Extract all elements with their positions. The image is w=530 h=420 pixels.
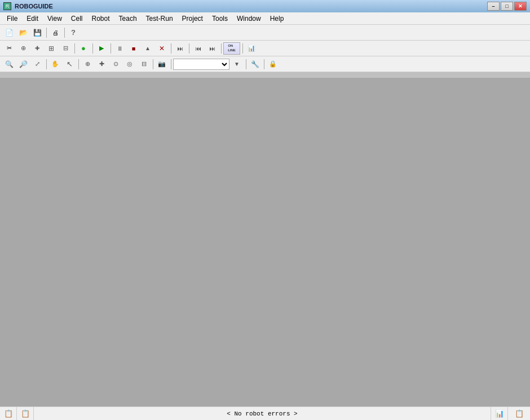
save-button[interactable] bbox=[30, 26, 44, 39]
zoom-in-button[interactable]: 🔍 bbox=[2, 58, 16, 70]
status-icon-3: 📊 bbox=[491, 407, 507, 420]
open-button[interactable] bbox=[16, 26, 30, 39]
status-icon-2-glyph: 📋 bbox=[21, 409, 30, 418]
zoom-out-button[interactable]: 🔎 bbox=[16, 58, 30, 70]
pause-button[interactable]: ⏸ bbox=[113, 42, 126, 55]
dropdown-arrow-icon: ▼ bbox=[234, 61, 240, 67]
toolbar-1 bbox=[0, 25, 530, 41]
cut-icon: ✂ bbox=[7, 45, 12, 52]
open-icon bbox=[19, 29, 28, 37]
play-button[interactable] bbox=[95, 42, 108, 55]
online-button[interactable]: ONLINE bbox=[223, 42, 240, 55]
target-button[interactable]: ● bbox=[77, 42, 90, 55]
menu-edit[interactable]: Edit bbox=[22, 13, 43, 24]
menu-cell[interactable]: Cell bbox=[67, 13, 87, 24]
grid-button[interactable]: 🔧 bbox=[248, 58, 262, 70]
rewind-button[interactable]: ⏮ bbox=[191, 42, 205, 55]
dropdown-arrow[interactable]: ▼ bbox=[230, 58, 244, 70]
print-button[interactable] bbox=[48, 26, 62, 39]
grid-icon: 🔧 bbox=[251, 60, 259, 68]
view-tool5-button[interactable]: ⊟ bbox=[137, 58, 151, 70]
cancel-icon: ✕ bbox=[159, 45, 165, 52]
menu-teach[interactable]: Teach bbox=[114, 13, 142, 24]
jog3-icon: ⊞ bbox=[48, 45, 54, 52]
menu-help[interactable]: Help bbox=[266, 13, 289, 24]
app-title: ROBOGUIDE bbox=[15, 3, 53, 10]
cancel-button[interactable]: ✕ bbox=[155, 42, 169, 55]
menu-bar: File Edit View Cell Robot Teach Test-Run… bbox=[0, 12, 530, 25]
select-icon: ↖ bbox=[67, 60, 73, 68]
fast-forward-button[interactable]: ⏭ bbox=[205, 42, 219, 55]
help-icon bbox=[71, 28, 76, 37]
online-icon: ONLINE bbox=[228, 44, 236, 52]
tb2-sep-1 bbox=[73, 42, 76, 55]
robot-errors-text: < No robot errors > bbox=[227, 410, 297, 417]
title-buttons: – □ ✕ bbox=[487, 2, 527, 11]
status-icon-1: 📋 bbox=[0, 407, 17, 420]
jog1-icon: ⊕ bbox=[21, 45, 26, 52]
status-right-icon: 📋 bbox=[515, 409, 524, 418]
pan-button[interactable]: ✋ bbox=[48, 58, 62, 70]
toolbar-3: 🔍 🔎 ⤢ ✋ ↖ ⊕ ✚ ⊙ ◎ ⊟ 📷 ▼ 🔧 🔒 bbox=[0, 56, 530, 72]
new-button[interactable] bbox=[2, 26, 16, 39]
view-tool1-button[interactable]: ⊕ bbox=[81, 58, 94, 70]
camera-icon: 📷 bbox=[158, 60, 166, 68]
save-icon bbox=[33, 29, 42, 37]
new-icon bbox=[5, 29, 14, 37]
cut-button[interactable]: ✂ bbox=[2, 42, 16, 55]
menu-tools[interactable]: Tools bbox=[207, 13, 232, 24]
view-tool3-button[interactable]: ⊙ bbox=[109, 58, 122, 70]
tb-sep-1 bbox=[45, 26, 48, 39]
title-bar: R ROBOGUIDE – □ ✕ bbox=[0, 0, 530, 12]
camera-button[interactable]: 📷 bbox=[155, 58, 169, 70]
stop-button[interactable]: ■ bbox=[127, 42, 140, 55]
play-icon bbox=[99, 45, 104, 52]
fit-icon: ⤢ bbox=[35, 60, 40, 68]
restore-button[interactable]: □ bbox=[501, 2, 513, 11]
close-button[interactable]: ✕ bbox=[514, 2, 527, 11]
pause-icon: ⏸ bbox=[117, 45, 123, 52]
fit-button[interactable]: ⤢ bbox=[30, 58, 44, 70]
lock-button[interactable]: 🔒 bbox=[266, 58, 280, 70]
help-button[interactable] bbox=[67, 26, 80, 39]
view-tool4-button[interactable]: ◎ bbox=[123, 58, 136, 70]
title-left: R ROBOGUIDE bbox=[3, 2, 53, 10]
status-robot-errors: < No robot errors > bbox=[34, 410, 491, 417]
jog4-button[interactable]: ⊟ bbox=[59, 42, 72, 55]
menu-test-run[interactable]: Test-Run bbox=[142, 13, 178, 24]
menu-file[interactable]: File bbox=[2, 13, 22, 24]
view-dropdown[interactable] bbox=[173, 59, 229, 70]
print-icon bbox=[52, 29, 59, 36]
tb3-sep-5 bbox=[244, 58, 248, 70]
toolbar-2: ✂ ⊕ ✚ ⊞ ⊟ ● ⏸ ■ ▲ ✕ ⏭ ⏮ ⏭ ONLINE bbox=[0, 41, 530, 56]
view-tool2-button[interactable]: ✚ bbox=[95, 58, 108, 70]
jog4-icon: ⊟ bbox=[63, 45, 68, 52]
jog2-icon: ✚ bbox=[35, 45, 39, 51]
jog3-button[interactable]: ⊞ bbox=[45, 42, 58, 55]
tb-sep-2 bbox=[63, 26, 66, 39]
tb2-sep-6 bbox=[219, 42, 223, 55]
step-forward-button[interactable]: ⏭ bbox=[173, 42, 187, 55]
menu-project[interactable]: Project bbox=[178, 13, 207, 24]
tb2-sep-5 bbox=[187, 42, 191, 55]
eject-button[interactable]: ▲ bbox=[141, 42, 154, 55]
view-tool2-icon: ✚ bbox=[99, 60, 104, 68]
pan-icon: ✋ bbox=[51, 60, 59, 68]
status-icon-3-glyph: 📊 bbox=[495, 409, 504, 418]
monitor-button[interactable]: 📊 bbox=[245, 42, 258, 55]
minimize-button[interactable]: – bbox=[487, 2, 500, 11]
step-forward-icon: ⏭ bbox=[177, 45, 183, 52]
select-button[interactable]: ↖ bbox=[63, 58, 76, 70]
jog1-button[interactable]: ⊕ bbox=[16, 42, 30, 55]
jog2-button[interactable]: ✚ bbox=[30, 42, 44, 55]
menu-window[interactable]: Window bbox=[232, 13, 266, 24]
rewind-icon: ⏮ bbox=[195, 45, 201, 52]
menu-view[interactable]: View bbox=[43, 13, 67, 24]
tb2-sep-3 bbox=[109, 42, 112, 55]
view-tool1-icon: ⊕ bbox=[85, 60, 90, 68]
fast-forward-icon: ⏭ bbox=[209, 45, 215, 52]
status-icon-1-glyph: 📋 bbox=[4, 409, 13, 418]
tb3-sep-1 bbox=[45, 58, 48, 70]
menu-robot[interactable]: Robot bbox=[87, 13, 114, 24]
app-icon: R bbox=[3, 2, 11, 10]
